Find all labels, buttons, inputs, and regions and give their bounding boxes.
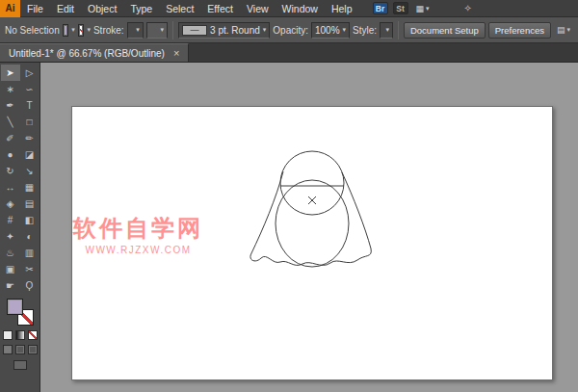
chevron-down-icon: ▾ [343,26,347,34]
chevron-down-icon: ▾ [136,26,140,34]
gradient-tool[interactable]: ◧ [20,212,39,228]
scale-tool[interactable]: ↘ [20,163,39,179]
pen-tool[interactable]: ✒ [1,97,20,114]
opacity-value: 100% [315,25,340,36]
type-tool[interactable]: T [20,97,39,114]
chevron-down-icon: ▾ [566,26,570,34]
slice-tool[interactable]: ✂ [20,261,39,277]
blob-brush-tool[interactable]: ● [1,146,20,163]
draw-mode-row [3,345,38,354]
workspace-icon[interactable]: ✧ [464,3,472,13]
stroke-chevron-icon[interactable]: ▾ [87,26,91,34]
magic-wand-tool[interactable]: ∗ [1,81,20,97]
brush-definition-value: 3 pt. Round [210,25,260,36]
chevron-down-icon: ▾ [426,5,430,13]
chevron-down-icon: ▾ [385,26,389,34]
bridge-icon[interactable]: Br [373,2,388,14]
menu-type[interactable]: Type [123,0,159,17]
menu-window[interactable]: Window [276,0,325,17]
panel-menu-icon[interactable]: ▤ ▾ [554,25,573,35]
menu-object[interactable]: Object [81,0,123,17]
selection-tool[interactable]: ➤ [1,65,20,81]
fill-swatch[interactable] [63,24,69,37]
free-transform-tool[interactable]: ▦ [20,179,39,196]
menu-view[interactable]: View [240,0,276,17]
tools-panel: ➤ ▷ ∗ ∽ ✒ T ╲ □ ✐ ✏ ● ◪ ↻ ↘ ↔ ▦ ◈ ▤ # ◧ [0,63,40,392]
line-segment-tool[interactable]: ╲ [1,114,20,130]
menu-select[interactable]: Select [159,0,200,17]
direct-selection-tool[interactable]: ▷ [20,65,39,81]
chevron-down-icon: ▾ [161,26,165,34]
none-button[interactable] [28,330,38,340]
main-area: ➤ ▷ ∗ ∽ ✒ T ╲ □ ✐ ✏ ● ◪ ↻ ↘ ↔ ▦ ◈ ▤ # ◧ [0,63,578,392]
document-tab-title: Untitled-1* @ 66.67% (RGB/Outline) [9,48,165,59]
symbol-sprayer-tool[interactable]: ♨ [1,245,20,261]
paintbrush-tool[interactable]: ✐ [1,130,20,146]
perspective-grid-tool[interactable]: ▤ [20,196,39,212]
draw-inside-button[interactable] [28,345,38,354]
lasso-tool[interactable]: ∽ [20,81,39,97]
menu-edit[interactable]: Edit [50,0,81,17]
canvas[interactable]: 软件自学网 WWW.RJZXW.COM [40,63,578,392]
screen-mode-button[interactable] [13,360,27,370]
control-bar: No Selection ▾ ▾ Stroke: ▾ ▾ — 3 pt. Rou… [0,17,578,43]
eyedropper-tool[interactable]: ✦ [1,228,20,245]
zoom-tool[interactable]: Ϙ [20,277,39,294]
style-label: Style: [353,25,377,36]
fill-color-swatch[interactable] [7,299,23,315]
shape-builder-tool[interactable]: ◈ [1,196,20,212]
rectangle-tool[interactable]: □ [20,114,39,130]
rotate-tool[interactable]: ↻ [1,163,20,179]
gradient-button[interactable] [15,330,25,340]
chevron-down-icon: ▾ [263,26,267,34]
fill-stroke-indicator [7,299,34,326]
artboard [71,106,553,380]
menu-help[interactable]: Help [325,0,359,17]
pencil-tool[interactable]: ✏ [20,130,39,146]
document-setup-button[interactable]: Document Setup [404,22,486,39]
selection-status: No Selection [5,25,60,36]
stroke-swatch[interactable] [78,24,85,37]
menu-effect[interactable]: Effect [200,0,240,17]
arrange-documents-icon[interactable]: ▦ ▾ [413,4,433,13]
menu-bar: Ai File Edit Object Type Select Effect V… [0,0,578,17]
app-logo-icon: Ai [0,0,20,17]
eraser-tool[interactable]: ◪ [20,146,39,163]
tab-strip: Untitled-1* @ 66.67% (RGB/Outline) × [0,43,578,63]
mesh-tool[interactable]: # [1,212,20,228]
divider [398,21,399,39]
color-button[interactable] [3,330,13,340]
color-mode-row [3,330,38,340]
document-tab[interactable]: Untitled-1* @ 66.67% (RGB/Outline) × [0,43,189,62]
brush-definition-dropdown[interactable]: — 3 pt. Round ▾ [178,22,270,39]
column-graph-tool[interactable]: ▥ [20,245,39,261]
opacity-dropdown[interactable]: 100% ▾ [311,22,350,39]
menu-icon-group: Br St ▦ ▾ ✧ [373,2,472,14]
stroke-weight-dropdown[interactable]: ▾ [127,22,144,39]
width-profile-dropdown[interactable]: ▾ [146,22,168,39]
stock-icon[interactable]: St [393,2,408,14]
illustrator-window: Ai File Edit Object Type Select Effect V… [0,0,578,392]
draw-normal-button[interactable] [3,345,13,354]
hand-tool[interactable]: ☛ [1,277,20,294]
brush-preview-icon: — [182,25,207,36]
panel-menu-glyph: ▤ [557,25,565,35]
divider [172,21,173,39]
width-tool[interactable]: ↔ [1,179,20,196]
arrange-documents-glyph: ▦ [416,4,425,13]
close-icon[interactable]: × [173,48,179,59]
opacity-label: Opacity: [273,25,308,36]
blend-tool[interactable]: ◐ [20,228,39,245]
preferences-button[interactable]: Preferences [488,22,551,39]
style-dropdown[interactable]: ▾ [380,22,393,39]
stroke-label: Stroke: [93,25,124,36]
draw-behind-button[interactable] [15,345,25,354]
artboard-tool[interactable]: ▣ [1,261,20,277]
fill-chevron-icon[interactable]: ▾ [71,26,75,34]
tool-grid: ➤ ▷ ∗ ∽ ✒ T ╲ □ ✐ ✏ ● ◪ ↻ ↘ ↔ ▦ ◈ ▤ # ◧ [1,65,39,294]
menu-file[interactable]: File [20,0,50,17]
